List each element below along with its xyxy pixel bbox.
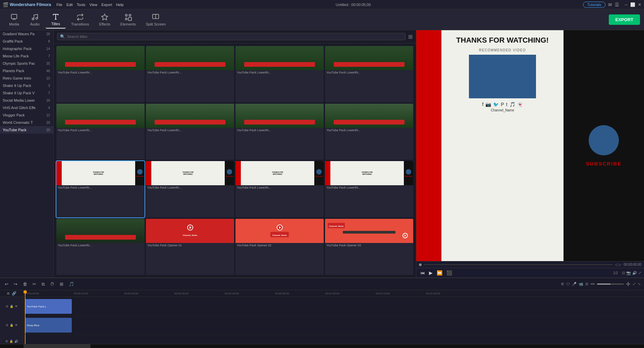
- search-input[interactable]: [67, 35, 402, 39]
- export-button[interactable]: EXPORT: [609, 14, 640, 25]
- delete-button[interactable]: 🗑: [21, 281, 29, 287]
- maximize-button[interactable]: ⬜: [630, 2, 635, 7]
- track1-settings-icon[interactable]: ⚙: [6, 305, 8, 308]
- list-item[interactable]: THANKS FORWATCHING! SUBSCRIBE YouTube Pa…: [235, 161, 324, 217]
- track1-lock-icon[interactable]: 🔒: [10, 305, 13, 308]
- list-item[interactable]: THANKS FORWATCHING! SUBSCRIBE YouTube Pa…: [56, 161, 145, 217]
- speed-button[interactable]: ⏱: [49, 281, 56, 287]
- track2-eye-icon[interactable]: 👁: [15, 324, 18, 327]
- minus-icon[interactable]: ➖: [590, 282, 595, 286]
- track2-lock-icon[interactable]: 🔒: [10, 324, 13, 327]
- mic-icon[interactable]: 🎤: [572, 282, 577, 286]
- sidebar-item-planets[interactable]: Planets Pack 46: [0, 67, 53, 74]
- prev-frame-icon[interactable]: ◁: [615, 263, 618, 266]
- menu-help[interactable]: Help: [116, 3, 124, 7]
- shield-icon[interactable]: 🛡: [566, 282, 570, 286]
- close-button[interactable]: ✕: [638, 2, 641, 7]
- tab-media[interactable]: Media: [4, 11, 24, 28]
- list-item[interactable]: YouTube Pack Lowerthi...: [235, 104, 324, 160]
- volume-icon[interactable]: 🔊: [632, 271, 637, 275]
- sidebar-item-shake2[interactable]: Shake It Up Pack V 7: [0, 89, 53, 97]
- sidebar-item-holographic[interactable]: Holographic Pack 14: [0, 45, 53, 52]
- sidebar-item-retro[interactable]: Retro Game Intro 10: [0, 74, 53, 82]
- split2-icon[interactable]: ⊟: [585, 282, 588, 286]
- audio-lock-icon[interactable]: 🔒: [9, 340, 13, 343]
- redo-button[interactable]: ↪: [12, 281, 19, 287]
- menu-export[interactable]: Export: [101, 3, 112, 7]
- tab-effects[interactable]: Effects: [94, 11, 115, 28]
- list-item[interactable]: Channel_Name YouTube Pack Opener 02: [235, 219, 324, 275]
- menu-icon[interactable]: ☰: [615, 2, 619, 7]
- minimize-button[interactable]: ─: [625, 2, 628, 7]
- tab-audio[interactable]: Audio: [25, 11, 45, 28]
- undo-button[interactable]: ↩: [3, 281, 10, 287]
- menu-file[interactable]: File: [56, 3, 62, 7]
- snapshot-icon[interactable]: 📷: [626, 271, 631, 275]
- sidebar-item-social[interactable]: Social Media Lower 16: [0, 97, 53, 104]
- timeline-scrollbar[interactable]: [0, 344, 644, 348]
- mail-icon[interactable]: ✉: [608, 2, 612, 7]
- tab-titles[interactable]: Titles: [46, 11, 66, 29]
- split-audio-button[interactable]: 🎵: [67, 281, 75, 287]
- list-item[interactable]: THANKS FORWATCHING! SUBSCRIBE YouTube Pa…: [325, 161, 413, 217]
- audio-volume-icon[interactable]: 🔊: [14, 340, 18, 343]
- tab-transitions[interactable]: Transitions: [66, 11, 94, 28]
- settings-icon[interactable]: ⚙: [561, 282, 564, 286]
- add-media-icon[interactable]: ⊕: [7, 291, 10, 296]
- snap-button[interactable]: ⊞: [58, 281, 65, 287]
- sidebar-item-gradient[interactable]: Gradient Waves Pa 26: [0, 30, 53, 38]
- zoom-slider[interactable]: [597, 284, 624, 285]
- preview-social-icons: f📷🐦Pt🎵👻: [482, 102, 523, 107]
- list-item[interactable]: YouTube Pack Lowerthi...: [56, 219, 145, 275]
- sidebar-item-olympic[interactable]: Olympic Sports Pac 35: [0, 60, 53, 67]
- list-item[interactable]: YouTube Pack Lowerthi...: [235, 46, 324, 102]
- fullscreen-icon[interactable]: ⤢: [638, 271, 641, 275]
- sidebar-item-graffiti[interactable]: Graffiti Pack 8: [0, 38, 53, 45]
- menu-tools[interactable]: Tools: [77, 3, 86, 7]
- step-back-button[interactable]: ⏮: [419, 269, 426, 276]
- track2-clip[interactable]: Deep Blue: [25, 318, 72, 333]
- list-item[interactable]: YouTube Pack Lowerthi...: [325, 46, 413, 102]
- stop-button[interactable]: ⬛: [445, 269, 453, 276]
- camera-icon[interactable]: 📹: [579, 282, 583, 286]
- play-button[interactable]: ▶: [428, 269, 434, 276]
- sidebar-item-youtube[interactable]: YouTube Pack 20: [0, 126, 53, 134]
- list-item[interactable]: YouTube Pack Lowerthi...: [146, 104, 234, 160]
- sidebar: Gradient Waves Pa 26 Graffiti Pack 8 Hol…: [0, 30, 54, 278]
- list-item[interactable]: YouTube Pack Lowerthi...: [146, 46, 234, 102]
- fast-forward-button[interactable]: ⏩: [435, 269, 444, 276]
- tab-elements[interactable]: Elements: [116, 11, 141, 28]
- cut-button[interactable]: ✂: [31, 281, 38, 287]
- sidebar-item-world[interactable]: World Cinematic T 20: [0, 119, 53, 126]
- fit-icon[interactable]: ⤢: [633, 282, 636, 286]
- plus-icon[interactable]: ➕: [626, 282, 631, 286]
- playhead[interactable]: [25, 290, 25, 297]
- sidebar-item-meow[interactable]: Meow Life Pack 7: [0, 52, 53, 60]
- list-item[interactable]: YouTube Pack Lowerthi...: [325, 104, 413, 160]
- list-item[interactable]: YouTube Pack Lowerthi...: [56, 104, 145, 160]
- sidebar-item-shake1[interactable]: Shake It Up Pack 3: [0, 82, 53, 89]
- list-item[interactable]: YouTube Pack Lowerthi...: [56, 46, 145, 102]
- next-frame-icon[interactable]: ▷: [619, 263, 622, 266]
- menu-edit[interactable]: Edit: [66, 3, 73, 7]
- tutorials-button[interactable]: Tutorials: [583, 2, 606, 8]
- track2-settings-icon[interactable]: ⚙: [6, 324, 8, 327]
- copy-button[interactable]: ⧉: [40, 281, 46, 288]
- tab-split-screen[interactable]: Split Screen: [141, 11, 170, 28]
- list-item[interactable]: THANKS FORWATCHING! SUBSCRIBE YouTube Pa…: [146, 161, 234, 217]
- track1-eye-icon[interactable]: 👁: [15, 305, 18, 308]
- list-item[interactable]: Channel_Name YouTube Pack Opener 03: [325, 219, 413, 275]
- expand-icon[interactable]: ⤡: [638, 282, 641, 286]
- grid-view-icon[interactable]: ⊞: [408, 34, 413, 40]
- crop-icon[interactable]: ⊡: [622, 271, 625, 275]
- sidebar-item-vhs[interactable]: VHS And Glitch Effe 4: [0, 104, 53, 111]
- track1-clip[interactable]: YouTube Pack L: [25, 299, 72, 314]
- menu-view[interactable]: View: [90, 3, 98, 7]
- timeline-scroll-area[interactable]: 00:00:00:00 00:00:10:00 00:00:20:00 00:0…: [23, 290, 644, 344]
- preview-progress-bar[interactable]: [424, 264, 613, 265]
- search-box[interactable]: 🔍: [57, 33, 406, 40]
- list-item[interactable]: Channel_Name YouTube Pack Opener 01: [146, 219, 234, 275]
- sidebar-item-vlogger[interactable]: Vlogger Pack 12: [0, 111, 53, 119]
- chain-icon[interactable]: 🔗: [12, 291, 16, 296]
- audio-settings-icon[interactable]: ⚙: [5, 340, 8, 343]
